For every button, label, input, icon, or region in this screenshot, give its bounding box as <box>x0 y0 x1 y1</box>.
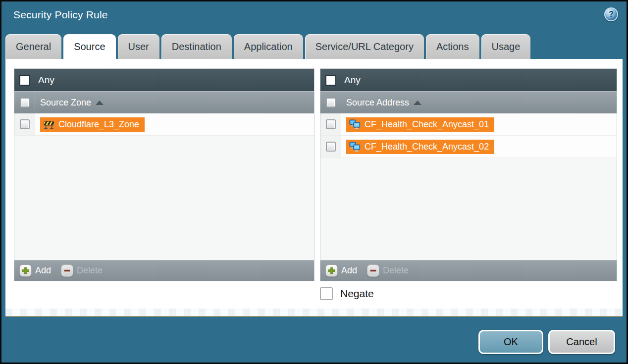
address-entry-label: CF_Health_Check_Anycast_02 <box>365 142 489 152</box>
tab-source[interactable]: Source <box>63 34 115 59</box>
source-address-any-bar: Any <box>320 69 617 91</box>
tab-strip: General Source User Destination Applicat… <box>5 34 623 59</box>
source-address-column-header[interactable]: Source Address <box>320 91 617 113</box>
help-icon[interactable]: ? <box>604 7 618 21</box>
delete-minus-icon <box>61 264 73 277</box>
address-computers-icon <box>349 119 361 130</box>
tab-application[interactable]: Application <box>234 34 303 59</box>
address-entry-label: CF_Health_Check_Anycast_01 <box>365 119 489 130</box>
source-address-toolbar: Add Delete <box>320 260 617 281</box>
table-row: CF_Health_Check_Anycast_01 <box>320 113 617 136</box>
tab-destination[interactable]: Destination <box>161 34 232 59</box>
tab-usage[interactable]: Usage <box>481 34 531 59</box>
source-address-select-all-checkbox[interactable] <box>326 98 336 107</box>
add-button-label: Add <box>341 265 357 276</box>
add-plus-icon <box>19 264 32 277</box>
tab-service-url-category[interactable]: Service/URL Category <box>305 34 424 59</box>
source-zone-column-header[interactable]: Source Zone <box>14 91 314 113</box>
negate-label: Negate <box>340 288 374 300</box>
zone-barrier-icon <box>43 119 54 130</box>
tab-user[interactable]: User <box>118 34 159 59</box>
source-zone-any-checkbox[interactable] <box>19 75 30 86</box>
source-zone-any-bar: Any <box>14 69 314 91</box>
security-policy-rule-dialog: Security Policy Rule ? General Source Us… <box>0 0 628 364</box>
tab-general[interactable]: General <box>5 34 61 59</box>
tab-actions[interactable]: Actions <box>426 34 479 59</box>
sort-ascending-icon <box>96 101 104 105</box>
table-row: CF_Health_Check_Anycast_02 <box>320 136 617 158</box>
tab-content-source: Any Source Zone <box>5 59 623 317</box>
zone-entry-chip[interactable]: Cloudflare_L3_Zone <box>40 117 145 132</box>
row-checkbox[interactable] <box>326 119 336 129</box>
dialog-title: Security Policy Rule <box>13 9 108 21</box>
source-zone-toolbar: Add Delete <box>14 260 314 281</box>
negate-checkbox[interactable] <box>320 287 333 300</box>
source-address-column-title: Source Address <box>346 98 409 108</box>
row-checkbox[interactable] <box>20 119 30 129</box>
source-zone-rows: Cloudflare_L3_Zone <box>14 113 314 260</box>
row-checkbox[interactable] <box>326 142 336 152</box>
add-plus-icon <box>325 264 338 277</box>
source-address-panel: Any Source Address <box>320 68 617 281</box>
address-entry-chip[interactable]: CF_Health_Check_Anycast_01 <box>346 117 494 132</box>
help-glyph: ? <box>609 10 614 19</box>
address-computers-icon <box>349 142 361 152</box>
source-address-any-checkbox[interactable] <box>325 75 336 86</box>
source-zone-any-label: Any <box>38 75 54 86</box>
zone-entry-label: Cloudflare_L3_Zone <box>58 119 139 130</box>
source-zone-column-title: Source Zone <box>40 98 91 108</box>
source-zone-select-all-checkbox[interactable] <box>20 98 30 107</box>
delete-button[interactable]: Delete <box>61 264 103 277</box>
negate-row: Negate <box>320 287 374 300</box>
delete-button[interactable]: Delete <box>367 264 409 277</box>
table-row: Cloudflare_L3_Zone <box>14 113 314 136</box>
source-address-any-label: Any <box>344 75 361 86</box>
source-zone-panel: Any Source Zone <box>14 68 314 281</box>
source-address-rows: CF_Health_Check_Anycast_01 <box>320 113 617 260</box>
add-button[interactable]: Add <box>325 264 357 277</box>
delete-button-label: Delete <box>383 265 409 276</box>
cancel-button[interactable]: Cancel <box>548 330 615 354</box>
delete-minus-icon <box>367 264 379 277</box>
ok-button[interactable]: OK <box>478 330 543 354</box>
delete-button-label: Delete <box>77 265 103 276</box>
sort-ascending-icon <box>414 101 421 105</box>
add-button[interactable]: Add <box>19 264 51 277</box>
add-button-label: Add <box>35 265 51 276</box>
address-entry-chip[interactable]: CF_Health_Check_Anycast_02 <box>346 140 494 154</box>
